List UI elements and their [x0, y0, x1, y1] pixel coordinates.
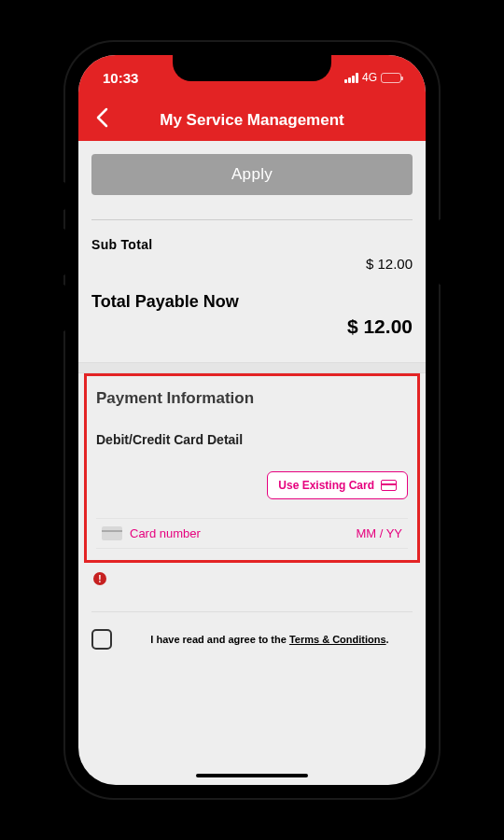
section-separator [78, 362, 426, 373]
error-icon: ! [93, 572, 106, 585]
subtotal-value: $ 12.00 [91, 256, 413, 272]
nav-bar: My Service Management [78, 100, 426, 141]
payment-info-highlight: Payment Information Debit/Credit Card De… [84, 373, 420, 563]
signal-icon [344, 73, 358, 83]
card-icon [102, 526, 122, 540]
card-expiry-field[interactable] [346, 526, 402, 540]
phone-frame: 10:33 4G My Service Management Apply Su [65, 42, 439, 798]
total-value: $ 12.00 [91, 315, 413, 338]
notch [173, 55, 331, 81]
power-button [439, 219, 442, 285]
volume-down [62, 285, 65, 331]
divider [91, 611, 413, 612]
card-number-field[interactable] [130, 526, 339, 540]
network-label: 4G [362, 71, 377, 84]
terms-link[interactable]: Terms & Conditions [289, 634, 386, 645]
card-detail-label: Debit/Credit Card Detail [96, 432, 408, 447]
mute-switch [62, 182, 65, 210]
payment-info-title: Payment Information [96, 389, 408, 408]
card-icon [381, 480, 397, 491]
divider [91, 219, 413, 220]
content: Apply Sub Total $ 12.00 Total Payable No… [78, 141, 426, 785]
apply-button[interactable]: Apply [91, 154, 413, 195]
battery-icon [381, 73, 401, 83]
subtotal-label: Sub Total [91, 237, 413, 252]
screen: 10:33 4G My Service Management Apply Su [78, 55, 426, 785]
terms-checkbox[interactable] [91, 629, 112, 650]
existing-card-row: Use Existing Card [96, 471, 408, 499]
total-row: Total Payable Now $ 12.00 [91, 292, 413, 338]
page-title: My Service Management [78, 111, 426, 130]
subtotal-row: Sub Total $ 12.00 [91, 237, 413, 272]
terms-text: I have read and agree to the Terms & Con… [127, 632, 413, 648]
use-existing-card-label: Use Existing Card [278, 479, 374, 492]
home-indicator[interactable] [196, 774, 308, 777]
volume-up [62, 229, 65, 275]
status-time: 10:33 [103, 70, 138, 86]
use-existing-card-button[interactable]: Use Existing Card [267, 471, 408, 499]
back-icon[interactable] [95, 107, 108, 133]
terms-row: I have read and agree to the Terms & Con… [91, 629, 413, 650]
total-label: Total Payable Now [91, 292, 413, 312]
card-input-row [96, 518, 408, 549]
status-indicators: 4G [344, 71, 401, 84]
